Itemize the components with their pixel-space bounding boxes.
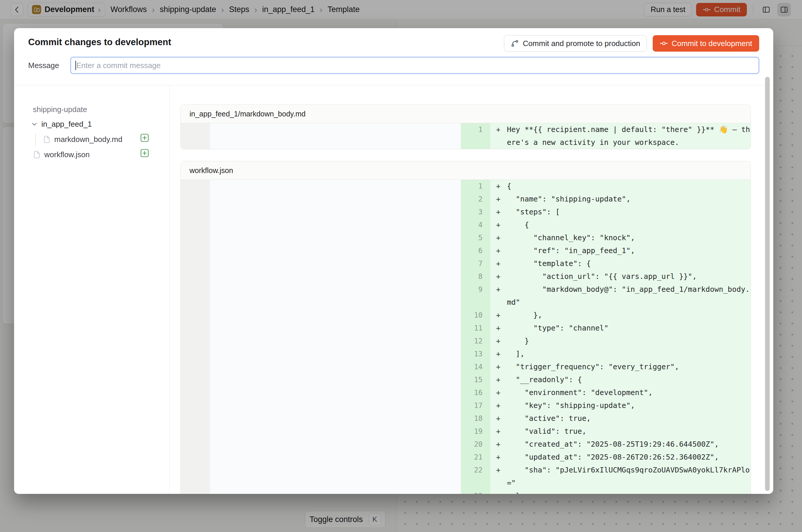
- code-text: "environment": "development",: [507, 386, 751, 399]
- tree-file-workflow-json[interactable]: workflow.json: [33, 149, 90, 160]
- commit-modal: Commit changes to development Commit and…: [14, 28, 773, 494]
- new-line-number: 1: [461, 123, 490, 149]
- old-gutter: [181, 373, 210, 386]
- file-icon: [33, 150, 41, 159]
- diff-panels: in_app_feed_1/markdown_body.md 1+Hey **{…: [181, 104, 751, 494]
- new-line-number: 9: [461, 283, 490, 309]
- tree-root-workflow[interactable]: shipping-update: [33, 103, 87, 115]
- code-text: "key": "shipping-update",: [507, 399, 751, 412]
- commit-icon: [660, 39, 668, 48]
- code-text: "action_url": "{{ vars.app_url }}",: [507, 270, 751, 283]
- new-content: + "type": "channel": [490, 322, 751, 335]
- new-content: + "name": "shipping-update",: [490, 193, 751, 206]
- diff-body: 1+Hey **{{ recipient.name | default: "th…: [181, 123, 751, 149]
- old-content: [210, 438, 461, 451]
- new-content: + "template": {: [490, 257, 751, 270]
- diff-plus-sign: +: [496, 347, 507, 360]
- new-line-number: 11: [461, 322, 490, 335]
- new-line-number: 17: [461, 399, 490, 412]
- file-icon: [43, 135, 51, 144]
- old-content: [210, 412, 461, 425]
- diff-plus-sign: +: [496, 490, 507, 494]
- diff-line: 20+ "created_at": "2025-08-25T19:29:46.6…: [181, 438, 751, 451]
- old-gutter: [181, 309, 210, 322]
- commit-to-development-button[interactable]: Commit to development: [653, 35, 759, 52]
- old-content: [210, 218, 461, 231]
- diff-line: 21+ "updated_at": "2025-08-26T20:26:52.3…: [181, 451, 751, 464]
- diff-line: 7+ "template": {: [181, 257, 751, 270]
- modal-header: Commit changes to development Commit and…: [14, 28, 773, 86]
- modal-actions: Commit and promote to production Commit …: [504, 35, 759, 52]
- modal-scrollbar-thumb[interactable]: [765, 77, 770, 491]
- tree-guide-line: [35, 133, 36, 147]
- new-line-number: 15: [461, 373, 490, 386]
- old-gutter: [181, 386, 210, 399]
- new-line-number: 8: [461, 270, 490, 283]
- tree-group-label: in_app_feed_1: [41, 120, 92, 129]
- tree-group-step[interactable]: in_app_feed_1: [31, 118, 92, 130]
- old-gutter: [181, 335, 210, 347]
- new-line-number: 16: [461, 386, 490, 399]
- diff-panel-workflow-json: workflow.json 1+{2+ "name": "shipping-up…: [181, 161, 751, 494]
- commit-and-promote-button[interactable]: Commit and promote to production: [504, 35, 647, 52]
- diff-plus-sign: +: [496, 373, 507, 386]
- new-line-number: 12: [461, 335, 490, 347]
- diff-line: 1+Hey **{{ recipient.name | default: "th…: [181, 123, 751, 149]
- diff-line: 22+ "sha": "pJeLVir6xIlUCMGqs9qroZoUAVDS…: [181, 464, 751, 490]
- diff-plus-sign: +: [496, 123, 507, 149]
- diff-line: 23+ }: [181, 490, 751, 494]
- tree-file-markdown-body[interactable]: markdown_body.md: [43, 133, 122, 145]
- new-line-number: 7: [461, 257, 490, 270]
- old-content: [210, 231, 461, 244]
- code-text: "type": "channel": [507, 322, 751, 335]
- diff-panel-markdown-body: in_app_feed_1/markdown_body.md 1+Hey **{…: [181, 104, 751, 149]
- diff-plus-sign: +: [496, 360, 507, 373]
- new-line-number: 20: [461, 438, 490, 451]
- commit-message-row: Message: [28, 57, 759, 74]
- new-content: + ],: [490, 347, 751, 360]
- diff-plus-sign: +: [496, 322, 507, 335]
- code-text: Hey **{{ recipient.name | default: "ther…: [507, 123, 751, 149]
- old-gutter: [181, 464, 210, 490]
- old-gutter: [181, 244, 210, 257]
- new-line-number: 3: [461, 206, 490, 218]
- diff-line: 4+ {: [181, 218, 751, 231]
- old-content: [210, 123, 461, 149]
- code-text: },: [507, 309, 751, 322]
- new-content: + },: [490, 309, 751, 322]
- new-line-number: 10: [461, 309, 490, 322]
- new-line-number: 14: [461, 360, 490, 373]
- chevron-down-icon: [31, 120, 38, 128]
- diff-plus-sign: +: [496, 244, 507, 257]
- new-content: + "__readonly": {: [490, 373, 751, 386]
- diff-plus-sign: +: [496, 412, 507, 425]
- new-content: + "markdown_body@": "in_app_feed_1/markd…: [490, 283, 751, 309]
- old-gutter: [181, 180, 210, 193]
- commit-message-input[interactable]: [70, 57, 759, 74]
- diff-plus-sign: +: [496, 193, 507, 206]
- code-text: "channel_key": "knock",: [507, 231, 751, 244]
- new-content: + "trigger_frequency": "every_trigger",: [490, 360, 751, 373]
- diff-file-name: in_app_feed_1/markdown_body.md: [181, 105, 751, 123]
- old-gutter: [181, 490, 210, 494]
- code-text: "name": "shipping-update",: [507, 193, 751, 206]
- old-gutter: [181, 322, 210, 335]
- new-line-number: 23: [461, 490, 490, 494]
- old-gutter: [181, 257, 210, 270]
- old-content: [210, 399, 461, 412]
- new-line-number: 6: [461, 244, 490, 257]
- old-gutter: [181, 123, 210, 149]
- diff-added-icon[interactable]: [140, 133, 149, 142]
- old-gutter: [181, 218, 210, 231]
- new-content: +{: [490, 180, 751, 193]
- diff-line: 11+ "type": "channel": [181, 322, 751, 335]
- new-line-number: 2: [461, 193, 490, 206]
- new-content: + "updated_at": "2025-08-26T20:26:52.364…: [490, 451, 751, 464]
- new-line-number: 18: [461, 412, 490, 425]
- diff-plus-sign: +: [496, 309, 507, 322]
- new-line-number: 13: [461, 347, 490, 360]
- code-text: "__readonly": {: [507, 373, 751, 386]
- diff-body: 1+{2+ "name": "shipping-update",3+ "step…: [181, 180, 751, 494]
- diff-plus-sign: +: [496, 206, 507, 218]
- diff-added-icon[interactable]: [140, 149, 149, 157]
